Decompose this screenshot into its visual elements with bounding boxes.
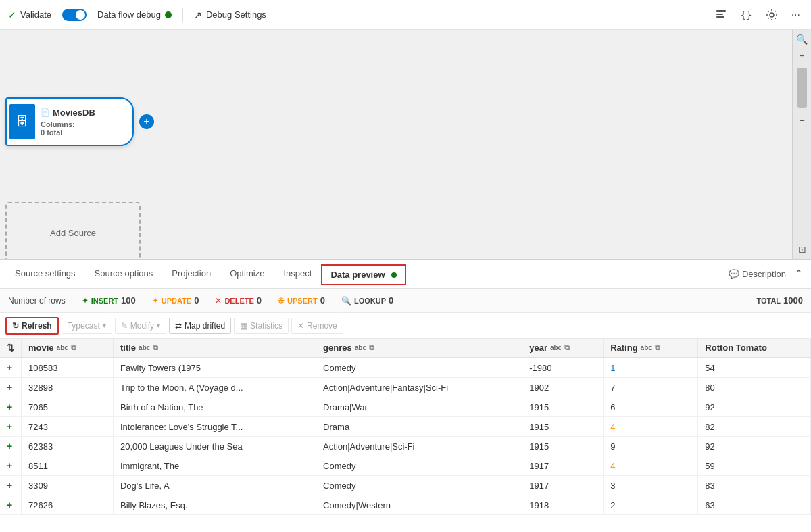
- zoom-out-icon[interactable]: −: [795, 114, 809, 127]
- cell-rotten-tomato: 83: [698, 476, 811, 495]
- remove-button[interactable]: ✕ Remove: [291, 318, 343, 334]
- upsert-label: UPSERT: [287, 297, 318, 305]
- tab-source-options[interactable]: Source options: [85, 263, 163, 285]
- cell-rotten-tomato: 92: [698, 397, 811, 417]
- cell-year: -1980: [522, 358, 604, 378]
- refresh-button[interactable]: ↻ Refresh: [5, 317, 59, 335]
- lookup-icon: 🔍: [341, 296, 351, 306]
- update-icon: ✦: [152, 296, 159, 306]
- add-source-box[interactable]: Add Source: [5, 202, 141, 260]
- row-expand-button[interactable]: +: [0, 476, 22, 495]
- stat-delete: ✕ DELETE 0: [215, 295, 262, 306]
- cell-rating[interactable]: 4: [604, 417, 698, 437]
- row-expand-button[interactable]: +: [0, 437, 22, 456]
- cell-rotten-tomato: 82: [698, 417, 811, 437]
- row-expand-button[interactable]: +: [0, 456, 22, 476]
- title-type-badge: abc: [139, 344, 150, 352]
- cell-genres: Action|Adventure|Fantasy|Sci-Fi: [316, 378, 522, 397]
- svg-rect-0: [716, 10, 726, 12]
- genres-copy-icon[interactable]: ⧉: [369, 343, 374, 352]
- delete-icon: ✕: [215, 296, 222, 306]
- description-icon: 💬: [729, 269, 739, 279]
- tab-data-preview[interactable]: Data preview: [321, 264, 406, 285]
- cell-title: Billy Blazes, Esq.: [113, 495, 316, 515]
- cell-rating: 7: [604, 378, 698, 397]
- cell-year: 1902: [522, 378, 604, 397]
- cell-rating: 2: [604, 495, 698, 515]
- script-view-icon[interactable]: [712, 6, 730, 24]
- modify-button[interactable]: ✎ Modify ▾: [115, 318, 166, 334]
- fit-view-icon[interactable]: ⊡: [795, 243, 809, 256]
- description-button[interactable]: 💬 Description: [723, 266, 791, 282]
- node-container: 🗄 📄 MoviesDB Columns: 0 total +: [5, 97, 154, 146]
- sort-arrows-icon: ⇅: [7, 343, 14, 353]
- rows-label: Number of rows: [8, 296, 66, 306]
- row-expand-button[interactable]: +: [0, 397, 22, 417]
- table-row: +3309Dog's Life, AComedy1917383: [0, 476, 811, 495]
- cell-title: Immigrant, The: [113, 456, 316, 476]
- debug-status-dot: [165, 11, 172, 18]
- movie-copy-icon[interactable]: ⧉: [71, 343, 76, 352]
- total-label: TOTAL: [756, 297, 781, 305]
- total-value: 1000: [783, 295, 803, 306]
- col-header-rating[interactable]: Rating abc ⧉: [604, 339, 698, 358]
- zoom-in-icon[interactable]: +: [795, 49, 809, 62]
- cell-year: 1915: [522, 397, 604, 417]
- debug-settings-icon: ↗: [194, 9, 202, 20]
- stat-rows: Number of rows: [8, 296, 66, 306]
- stat-upsert: ❋ UPSERT 0: [278, 295, 325, 306]
- col-header-title[interactable]: title abc ⧉: [113, 339, 316, 358]
- code-view-icon[interactable]: {}: [738, 7, 755, 23]
- validate-button[interactable]: ✓ Validate: [8, 9, 51, 20]
- title-copy-icon[interactable]: ⧉: [153, 343, 158, 352]
- typecast-button[interactable]: Typecast ▾: [62, 318, 112, 334]
- tab-optimize[interactable]: Optimize: [220, 263, 274, 285]
- delete-value: 0: [257, 295, 262, 306]
- cell-rotten-tomato: 92: [698, 437, 811, 456]
- cell-rating[interactable]: 1: [604, 358, 698, 378]
- collapse-panel-button[interactable]: ⌃: [791, 265, 806, 283]
- refresh-icon: ↻: [12, 321, 19, 331]
- tab-source-settings[interactable]: Source settings: [5, 263, 85, 285]
- svg-rect-1: [716, 14, 723, 15]
- toolbar-divider: [182, 8, 183, 22]
- more-options-icon[interactable]: ···: [789, 6, 803, 24]
- col-header-sort[interactable]: ⇅: [0, 339, 22, 358]
- col-header-year[interactable]: year abc ⧉: [522, 339, 604, 358]
- add-node-button[interactable]: +: [139, 114, 154, 129]
- row-expand-button[interactable]: +: [0, 495, 22, 515]
- upsert-value: 0: [320, 295, 325, 306]
- cell-year: 1917: [522, 476, 604, 495]
- map-drifted-button[interactable]: ⇄ Map drifted: [169, 318, 231, 334]
- cell-year: 1915: [522, 437, 604, 456]
- cell-title: Birth of a Nation, The: [113, 397, 316, 417]
- movies-db-node[interactable]: 🗄 📄 MoviesDB Columns: 0 total: [5, 97, 134, 146]
- insert-icon: ✦: [82, 296, 89, 306]
- row-expand-button[interactable]: +: [0, 417, 22, 437]
- statistics-button[interactable]: ▦ Statistics: [234, 318, 289, 334]
- data-preview-table-container: ⇅ movie abc ⧉ title: [0, 339, 811, 532]
- cell-movie: 8511: [22, 456, 114, 476]
- year-copy-icon[interactable]: ⧉: [564, 343, 570, 352]
- cell-rating[interactable]: 4: [604, 456, 698, 476]
- cell-rating: 3: [604, 476, 698, 495]
- tab-inspect[interactable]: Inspect: [274, 263, 321, 285]
- rating-copy-icon[interactable]: ⧉: [655, 343, 660, 352]
- update-label: UPDATE: [162, 297, 191, 305]
- remove-icon: ✕: [297, 321, 304, 331]
- col-header-movie[interactable]: movie abc ⧉: [22, 339, 114, 358]
- cell-movie: 108583: [22, 358, 114, 378]
- data-preview-active-dot: [391, 272, 397, 278]
- search-canvas-icon[interactable]: 🔍: [795, 32, 809, 46]
- top-toolbar: ✓ Validate Data flow debug ↗ Debug Setti…: [0, 0, 811, 30]
- row-expand-button[interactable]: +: [0, 378, 22, 397]
- col-header-rotten-tomato[interactable]: Rotton Tomato: [698, 339, 811, 358]
- tab-projection[interactable]: Projection: [162, 263, 220, 285]
- col-header-genres[interactable]: genres abc ⧉: [316, 339, 522, 358]
- debug-settings-button[interactable]: ↗ Debug Settings: [194, 9, 266, 20]
- settings-icon[interactable]: [763, 6, 781, 24]
- debug-toggle[interactable]: [62, 9, 87, 21]
- table-row: +72626Billy Blazes, Esq.Comedy|Western19…: [0, 495, 811, 515]
- node-info: 📄 MoviesDB Columns: 0 total: [41, 107, 95, 137]
- row-expand-button[interactable]: +: [0, 358, 22, 378]
